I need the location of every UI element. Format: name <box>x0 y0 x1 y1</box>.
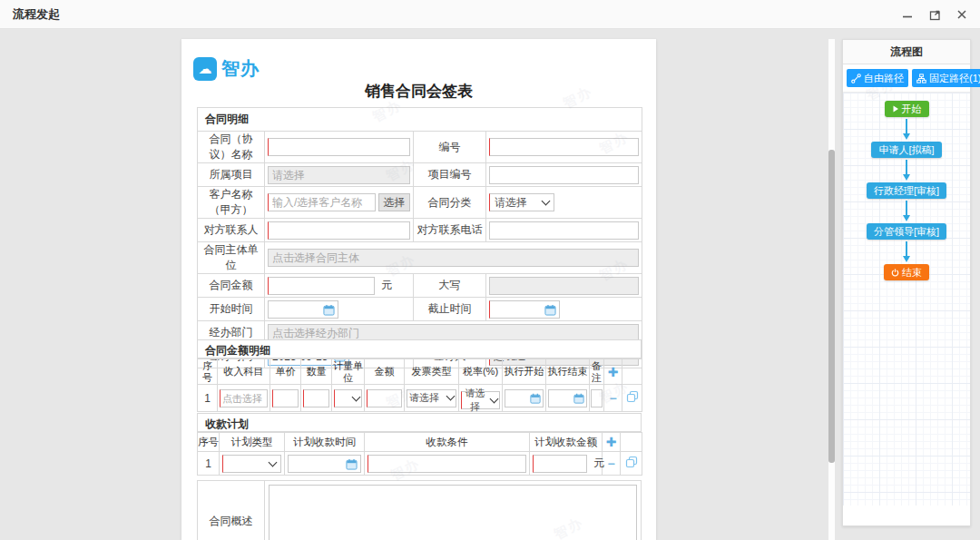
exec-end-date-input[interactable] <box>548 389 587 407</box>
payment-plan-table: 序号 计划类型 计划收款时间 收款条件 计划收款金额 ✚ 1 元 − <box>197 432 642 476</box>
entity-label: 合同主体单位 <box>198 242 265 274</box>
plan-condition-input[interactable] <box>368 455 526 473</box>
flow-arrow-icon <box>906 201 907 216</box>
route-icon <box>851 74 861 83</box>
contract-detail-table: 合同明细 合同（协议）名称 编号 所属项目 项目编号 客户名称（甲方） 选择 合… <box>197 107 642 368</box>
calendar-icon[interactable] <box>530 393 541 404</box>
plan-amount-input[interactable] <box>533 455 587 473</box>
flowchart-canvas: 开始 申请人[拟稿] 行政经理[审核] 分管领导[审核] 结束 <box>843 93 970 506</box>
flow-node-end[interactable]: 结束 <box>884 264 929 280</box>
project-no-input[interactable] <box>489 166 639 184</box>
category-select[interactable]: 请选择 <box>489 193 554 211</box>
col-income-subject: 收入科目 <box>218 359 270 385</box>
customer-input[interactable] <box>268 193 376 211</box>
form-card: ☁ 智办 销售合同会签表 合同明细 合同（协议）名称 编号 所属项目 项目编号 … <box>181 39 656 540</box>
end-date-input[interactable] <box>489 300 560 319</box>
col-plan-condition: 收款条件 <box>365 433 530 452</box>
chevron-down-icon <box>446 392 456 401</box>
project-label: 所属项目 <box>198 163 265 187</box>
section-title-amount-detail: 合同金额明细 <box>197 339 642 358</box>
amount-label: 合同金额 <box>198 274 265 298</box>
calendar-icon[interactable] <box>573 393 584 404</box>
fixed-path-button[interactable]: 固定路径(1) <box>912 69 980 87</box>
col-plan-amount: 计划收款金额 <box>530 433 603 452</box>
customer-label: 客户名称（甲方） <box>198 187 265 219</box>
entity-input[interactable] <box>268 249 639 267</box>
remove-row-icon[interactable]: − <box>603 452 621 476</box>
contract-name-label: 合同（协议）名称 <box>198 132 265 163</box>
chevron-down-icon <box>490 394 499 403</box>
customer-select-button[interactable]: 选择 <box>378 193 410 211</box>
flow-node-leader[interactable]: 分管领导[审核] <box>867 223 946 240</box>
number-label: 编号 <box>414 132 486 163</box>
category-label: 合同分类 <box>414 187 486 219</box>
col-plan-date: 计划收款时间 <box>285 433 365 452</box>
table-row: 1 请选择 请选择 − <box>198 385 642 412</box>
tax-rate-select[interactable]: 请选择 <box>461 391 500 409</box>
col-remark: 备注 <box>590 359 604 385</box>
flow-node-applicant[interactable]: 申请人[拟稿] <box>871 142 941 158</box>
invoice-type-select[interactable]: 请选择 <box>407 389 456 407</box>
logo-text: 智办 <box>221 56 260 81</box>
caps-label: 大写 <box>414 274 486 298</box>
sitemap-icon <box>916 74 926 83</box>
number-input[interactable] <box>489 138 639 156</box>
chevron-down-icon <box>542 196 551 205</box>
add-row-icon[interactable]: ✚ <box>603 433 621 452</box>
flow-arrow-icon <box>906 119 907 134</box>
unit-price-input[interactable] <box>272 389 299 407</box>
power-icon <box>891 269 899 277</box>
section-title-payment-plan: 收款计划 <box>197 413 642 432</box>
copy-row-icon[interactable] <box>621 452 642 476</box>
form-title: 销售合同会签表 <box>181 81 656 102</box>
overview-label: 合同概述 <box>198 481 265 540</box>
row-index: 1 <box>198 385 218 412</box>
col-exec-end: 执行结束 <box>546 359 590 385</box>
measure-unit-select[interactable] <box>334 389 362 407</box>
section-title-contract-detail: 合同明细 <box>198 108 642 132</box>
col-unit-price: 单价 <box>270 359 301 385</box>
contract-name-input[interactable] <box>268 138 410 156</box>
flowchart-panel: 流程图 自由路径 固定路径(1) 开始 申请人[拟稿] 行政经理[审核] 分管领… <box>842 39 971 526</box>
play-icon <box>892 105 899 113</box>
col-plan-type: 计划类型 <box>220 433 285 452</box>
flow-node-admin-manager[interactable]: 行政经理[审核] <box>867 182 946 199</box>
start-date-input[interactable] <box>268 300 338 319</box>
plan-type-select[interactable] <box>222 455 281 473</box>
flow-node-start[interactable]: 开始 <box>885 101 929 117</box>
remove-row-icon[interactable]: − <box>604 385 622 412</box>
col-index: 序号 <box>198 433 220 452</box>
copy-row-icon[interactable] <box>622 385 642 412</box>
contact-phone-input[interactable] <box>489 221 639 240</box>
row-index: 1 <box>198 452 220 476</box>
flow-arrow-icon <box>906 160 907 175</box>
plan-date-input[interactable] <box>288 455 361 473</box>
overview-textarea[interactable] <box>269 485 637 540</box>
minimize-icon[interactable] <box>900 7 915 22</box>
amount-cell-input[interactable] <box>367 389 402 407</box>
vertical-scrollbar[interactable] <box>828 39 835 540</box>
category-value: 请选择 <box>495 195 527 211</box>
free-path-button[interactable]: 自由路径 <box>847 69 908 87</box>
amount-unit: 元 <box>381 278 392 293</box>
calendar-icon[interactable] <box>544 304 556 316</box>
scrollbar-thumb[interactable] <box>828 150 835 463</box>
contact-phone-label: 对方联系电话 <box>414 219 486 242</box>
window-titlebar: 流程发起 <box>0 0 980 29</box>
close-icon[interactable] <box>955 7 969 22</box>
project-input[interactable] <box>268 166 410 184</box>
quantity-input[interactable] <box>303 389 329 407</box>
cloud-logo-icon: ☁ <box>193 57 217 81</box>
maximize-icon[interactable] <box>927 7 942 22</box>
caps-input[interactable] <box>489 277 639 295</box>
col-measure-unit: 计量单位 <box>332 359 365 385</box>
add-row-icon[interactable]: ✚ <box>604 359 622 385</box>
col-tax-rate: 税率(%) <box>459 359 503 385</box>
exec-start-date-input[interactable] <box>505 389 544 407</box>
amount-input[interactable] <box>268 277 375 295</box>
calendar-icon[interactable] <box>346 458 358 470</box>
calendar-icon[interactable] <box>323 304 335 316</box>
contact-input[interactable] <box>268 221 410 240</box>
remark-input[interactable] <box>591 389 603 407</box>
income-subject-input[interactable] <box>220 389 268 407</box>
